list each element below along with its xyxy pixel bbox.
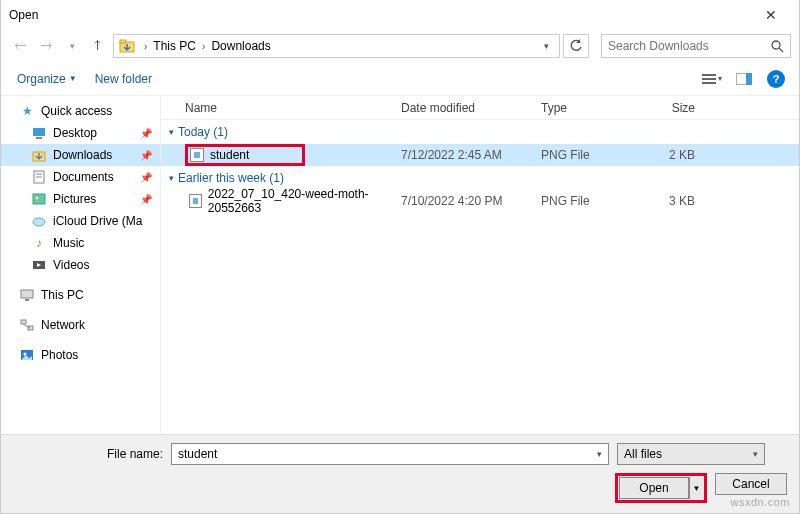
search-placeholder: Search Downloads	[608, 39, 709, 53]
col-type[interactable]: Type	[541, 101, 645, 115]
star-icon: ★	[19, 103, 35, 119]
titlebar: Open ✕	[1, 0, 799, 30]
svg-rect-23	[28, 326, 33, 330]
sidebar-item-documents[interactable]: Documents 📌	[1, 166, 160, 188]
toolbar: Organize▼ New folder ?	[1, 62, 799, 96]
close-button[interactable]: ✕	[751, 7, 791, 23]
svg-rect-15	[33, 194, 45, 204]
recent-dropdown[interactable]: ▾	[61, 35, 83, 57]
svg-rect-10	[36, 137, 42, 139]
file-list: ▾ Today (1) student 7/12/2022 2:45 AM PN…	[161, 120, 799, 434]
sidebar: ★ Quick access Desktop 📌 Downloads 📌 Doc…	[1, 96, 161, 434]
refresh-button[interactable]	[563, 34, 589, 58]
open-button[interactable]: Open	[619, 477, 689, 499]
col-size[interactable]: Size	[645, 101, 715, 115]
sidebar-item-network[interactable]: Network	[1, 314, 160, 336]
music-icon: ♪	[31, 235, 47, 251]
cancel-button[interactable]: Cancel	[715, 473, 787, 495]
sidebar-item-videos[interactable]: Videos	[1, 254, 160, 276]
icloud-icon	[31, 213, 47, 229]
preview-pane-button[interactable]	[731, 68, 757, 90]
up-button[interactable]: 🡑	[87, 35, 109, 57]
content-area: Name Date modified Type Size ▾ Today (1)…	[161, 96, 799, 434]
svg-rect-6	[702, 82, 716, 84]
footer: File name: student ▾ All files ▾ Open ▼ …	[1, 434, 799, 513]
videos-icon	[31, 257, 47, 273]
svg-point-16	[36, 197, 39, 200]
organize-button[interactable]: Organize▼	[11, 68, 83, 90]
sidebar-item-desktop[interactable]: Desktop 📌	[1, 122, 160, 144]
breadcrumb-dropdown-icon[interactable]: ▾	[538, 41, 555, 51]
crumb-sep-icon: ›	[144, 41, 147, 52]
thispc-icon	[19, 287, 35, 303]
highlight-annotation: student	[185, 144, 305, 166]
downloads-icon	[31, 147, 47, 163]
svg-line-3	[779, 48, 783, 52]
svg-rect-8	[746, 73, 752, 85]
svg-rect-1	[120, 40, 126, 43]
forward-button[interactable]: 🡒	[35, 35, 57, 57]
highlight-annotation: Open ▼	[615, 473, 707, 503]
svg-point-26	[24, 353, 27, 356]
pin-icon: 📌	[140, 150, 152, 161]
filename-label: File name:	[13, 447, 163, 461]
col-name[interactable]: Name	[161, 101, 401, 115]
svg-rect-9	[33, 128, 45, 136]
file-row-weed-moth[interactable]: 2022_07_10_420-weed-moth-20552663 7/10/2…	[161, 190, 799, 212]
help-icon: ?	[767, 70, 785, 88]
watermark: wsxdn.com	[730, 496, 790, 508]
chevron-down-icon: ▾	[753, 449, 758, 459]
pictures-icon	[31, 191, 47, 207]
filename-dropdown-icon[interactable]: ▾	[597, 449, 602, 459]
sidebar-item-thispc[interactable]: This PC	[1, 284, 160, 306]
pin-icon: 📌	[140, 194, 152, 205]
crumb-downloads[interactable]: Downloads	[209, 39, 272, 53]
sidebar-item-icloud[interactable]: iCloud Drive (Ma	[1, 210, 160, 232]
sidebar-item-music[interactable]: ♪ Music	[1, 232, 160, 254]
view-button[interactable]	[699, 68, 725, 90]
sidebar-item-quick-access[interactable]: ★ Quick access	[1, 100, 160, 122]
svg-rect-20	[21, 290, 33, 298]
photos-icon	[19, 347, 35, 363]
svg-rect-4	[702, 74, 716, 76]
sidebar-item-downloads[interactable]: Downloads 📌	[1, 144, 160, 166]
col-date[interactable]: Date modified	[401, 101, 541, 115]
navbar: 🡐 🡒 ▾ 🡑 › This PC › Downloads ▾ Search D…	[1, 30, 799, 62]
svg-rect-5	[702, 78, 716, 80]
filetype-filter[interactable]: All files ▾	[617, 443, 765, 465]
pin-icon: 📌	[140, 128, 152, 139]
open-split-button[interactable]: ▼	[689, 477, 703, 499]
documents-icon	[31, 169, 47, 185]
desktop-icon	[31, 125, 47, 141]
sidebar-item-pictures[interactable]: Pictures 📌	[1, 188, 160, 210]
group-today[interactable]: ▾ Today (1)	[161, 120, 799, 144]
chevron-down-icon: ▾	[169, 127, 174, 137]
png-file-icon	[190, 148, 204, 162]
svg-rect-22	[21, 320, 26, 324]
svg-point-17	[33, 218, 45, 226]
open-dialog: Open ✕ 🡐 🡒 ▾ 🡑 › This PC › Downloads ▾ S…	[0, 0, 800, 514]
network-icon	[19, 317, 35, 333]
svg-rect-21	[25, 299, 29, 301]
file-row-student[interactable]: student 7/12/2022 2:45 AM PNG File 2 KB	[161, 144, 799, 166]
chevron-down-icon: ▾	[169, 173, 174, 183]
downloads-folder-icon	[118, 37, 136, 55]
dialog-title: Open	[9, 8, 751, 22]
new-folder-button[interactable]: New folder	[89, 68, 158, 90]
svg-point-2	[772, 41, 780, 49]
crumb-thispc[interactable]: This PC	[151, 39, 198, 53]
breadcrumb[interactable]: › This PC › Downloads ▾	[113, 34, 560, 58]
sidebar-item-photos[interactable]: Photos	[1, 344, 160, 366]
help-button[interactable]: ?	[763, 68, 789, 90]
body: ★ Quick access Desktop 📌 Downloads 📌 Doc…	[1, 96, 799, 434]
column-headers[interactable]: Name Date modified Type Size	[161, 96, 799, 120]
search-input[interactable]: Search Downloads	[601, 34, 791, 58]
search-icon	[771, 40, 784, 53]
png-file-icon	[189, 194, 202, 208]
filename-input[interactable]: student ▾	[171, 443, 609, 465]
back-button[interactable]: 🡐	[9, 35, 31, 57]
crumb-sep-icon: ›	[202, 41, 205, 52]
pin-icon: 📌	[140, 172, 152, 183]
